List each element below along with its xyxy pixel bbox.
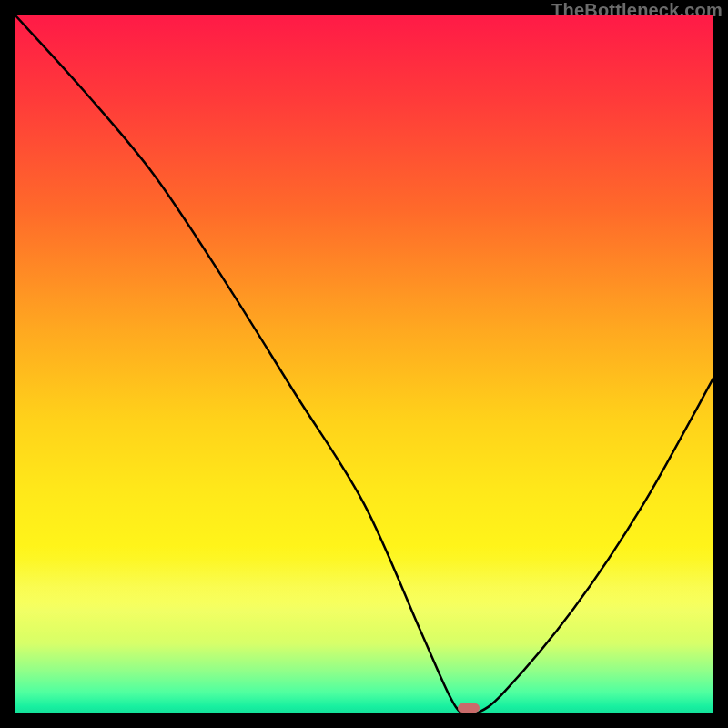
bottleneck-curve [15, 15, 713, 713]
optimum-marker [458, 703, 480, 713]
curve-path [15, 15, 713, 713]
chart-frame: TheBottleneck.com [0, 0, 728, 728]
plot-area [15, 15, 713, 713]
